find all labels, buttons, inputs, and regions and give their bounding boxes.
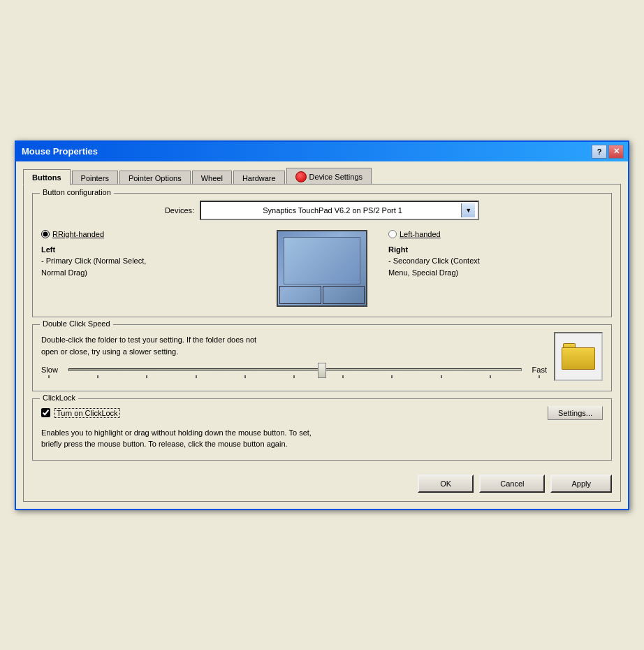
test-folder-button[interactable] [554,332,603,381]
right-button-desc: Right - Secondary Click (Context Menu, S… [388,244,603,279]
tab-device-settings[interactable]: Device Settings [286,168,372,185]
slider-row: Slow Fast [41,366,547,374]
clicklock-title: ClickLock [40,393,78,402]
right-handed-row: RRight-handed [41,230,256,238]
touchpad-left-btn [279,286,321,304]
window-content: Buttons Pointers Pointer Options Wheel H… [16,161,628,509]
clicklock-label: Turn on ClickLock [54,408,120,418]
device-settings-icon [295,171,307,182]
ok-button[interactable]: OK [418,475,474,493]
button-config-content: RRight-handed Left - Primary Click (Norm… [41,230,603,307]
tick [342,375,344,378]
tick [391,375,393,378]
dropdown-arrow-icon: ▼ [461,203,475,217]
tick [441,375,442,378]
touchpad-image [277,230,367,307]
window-title: Mouse Properties [22,146,98,157]
double-click-desc: Double-click the folder to test your set… [41,334,404,357]
folder-shape [562,343,595,370]
clicklock-desc: Enables you to highlight or drag without… [41,427,603,450]
tick [48,375,50,378]
touchpad-buttons [278,284,366,305]
tab-wheel[interactable]: Wheel [192,171,232,185]
devices-row: Devices: Synaptics TouchPad V6.2 on PS/2… [41,201,603,220]
left-handed-row: Left-handed [388,230,603,238]
close-button[interactable]: ✕ [608,145,624,159]
button-config-title: Button configuration [40,188,114,196]
left-handed-radio[interactable] [388,230,397,238]
cancel-button[interactable]: Cancel [479,475,545,493]
mouse-properties-window: Mouse Properties ? ✕ Buttons Pointers Po… [15,140,629,510]
devices-select-value: Synaptics TouchPad V6.2 on PS/2 Port 1 [204,206,461,215]
double-click-title: Double Click Speed [40,319,113,328]
right-handed-label: RRight-handed [52,230,104,238]
tab-hardware[interactable]: Hardware [233,171,285,185]
tick [146,375,147,378]
apply-button[interactable]: Apply [550,475,612,493]
touchpad-surface [284,237,360,284]
clicklock-section: ClickLock Turn on ClickLock Settings... … [32,398,612,461]
slider-area: Double-click the folder to test your set… [41,334,547,378]
settings-button[interactable]: Settings... [548,406,603,420]
tab-bar: Buttons Pointers Pointer Options Wheel H… [23,167,621,185]
slow-label: Slow [41,366,58,374]
clicklock-left: Turn on ClickLock [41,408,120,418]
tick [196,375,197,378]
speed-slider-track [68,368,522,371]
clicklock-row: Turn on ClickLock Settings... [41,406,603,420]
touchpad-right-btn [323,286,365,304]
title-bar-buttons: ? ✕ [592,145,624,159]
tick [97,375,98,378]
double-click-section: Double Click Speed Double-click the fold… [32,324,612,391]
tab-pointers[interactable]: Pointers [72,171,118,185]
devices-select[interactable]: Synaptics TouchPad V6.2 on PS/2 Port 1 ▼ [200,201,479,220]
left-button-desc: Left - Primary Click (Normal Select, Nor… [41,244,256,279]
slider-section: Double-click the folder to test your set… [41,332,603,381]
help-button[interactable]: ? [592,145,607,159]
tab-buttons[interactable]: Buttons [23,169,71,185]
left-hand-column: RRight-handed Left - Primary Click (Norm… [41,230,256,279]
speed-slider-thumb[interactable] [318,363,326,378]
title-bar: Mouse Properties ? ✕ [16,140,628,161]
left-handed-label: Left-handed [400,230,441,238]
tick [539,375,540,378]
devices-label: Devices: [165,206,194,215]
tab-pointer-options[interactable]: Pointer Options [119,171,191,185]
tick [490,375,491,378]
bottom-buttons: OK Cancel Apply [32,469,612,493]
fast-label: Fast [532,366,547,374]
button-config-section: Button configuration Devices: Synaptics … [32,193,612,317]
right-hand-column: Left-handed Right - Secondary Click (Con… [388,230,603,279]
right-handed-radio[interactable] [41,230,50,238]
slider-ticks [41,375,547,378]
tick [244,375,246,378]
tab-panel: Button configuration Devices: Synaptics … [23,184,621,502]
tick [293,375,295,378]
folder-body [562,347,595,370]
clicklock-checkbox[interactable] [41,408,50,417]
